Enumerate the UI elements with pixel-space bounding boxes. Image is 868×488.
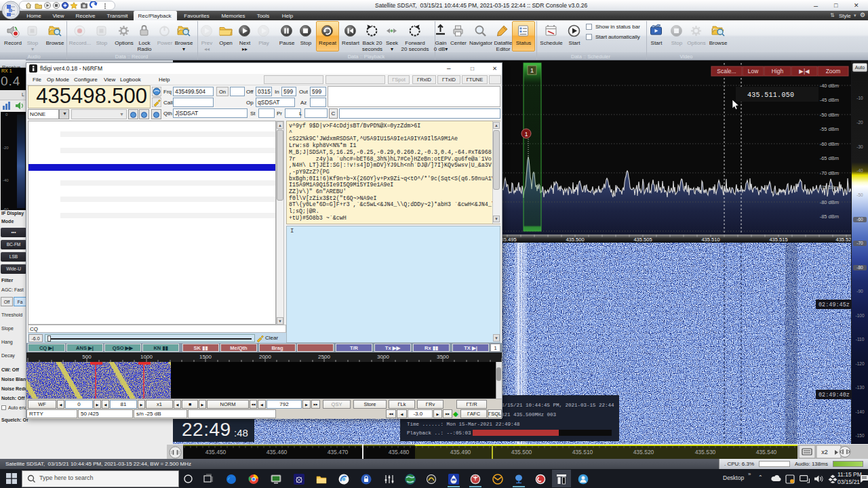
svg-text:-40 dBm: -40 dBm	[820, 83, 839, 89]
svg-text:1: 1	[525, 131, 528, 138]
svg-text:x2: x2	[821, 449, 828, 455]
svg-text:1500: 1500	[199, 354, 212, 360]
svg-text:435.500: 435.500	[566, 237, 584, 243]
svg-text:435.530: 435.530	[695, 449, 716, 455]
svg-text:-50 dBm: -50 dBm	[820, 112, 839, 118]
svg-text:▶|◀: ▶|◀	[799, 68, 810, 75]
svg-text:3500: 3500	[437, 354, 449, 360]
svg-text:435.510: 435.510	[572, 449, 593, 455]
svg-text:2500: 2500	[318, 354, 330, 360]
svg-text:435.540: 435.540	[756, 449, 777, 455]
svg-text:435.480: 435.480	[389, 449, 410, 455]
svg-text:435.52: 435.52	[836, 237, 851, 243]
svg-text:-65 dBm: -65 dBm	[820, 155, 839, 161]
svg-text:435.515: 435.515	[769, 237, 787, 243]
svg-text:-75 dBm: -75 dBm	[820, 184, 839, 190]
svg-text:435.520: 435.520	[633, 449, 654, 455]
svg-text:-60 dBm: -60 dBm	[820, 141, 839, 147]
svg-text:435.470: 435.470	[328, 449, 349, 455]
svg-text:435.511.050: 435.511.050	[747, 92, 794, 99]
svg-text:500: 500	[82, 354, 92, 360]
svg-text:-80 dBm: -80 dBm	[820, 199, 839, 205]
svg-text:-45 dBm: -45 dBm	[820, 97, 839, 103]
svg-text:High: High	[772, 68, 784, 75]
svg-text:02:49:45z: 02:49:45z	[818, 302, 850, 308]
svg-text:2000: 2000	[259, 354, 271, 360]
svg-text:-70 dBm: -70 dBm	[820, 170, 839, 176]
svg-text:Low: Low	[748, 68, 759, 75]
svg-text:02:49:40z: 02:49:40z	[818, 392, 850, 399]
svg-text:435.460: 435.460	[267, 449, 288, 455]
svg-text:435.500: 435.500	[511, 449, 532, 455]
svg-text:435.510: 435.510	[701, 237, 719, 243]
svg-text:Scale...: Scale...	[717, 68, 736, 75]
svg-text:1: 1	[530, 67, 534, 74]
svg-text:435.450: 435.450	[205, 449, 226, 455]
svg-text:3000: 3000	[377, 354, 389, 360]
svg-text:435.490: 435.490	[450, 449, 471, 455]
svg-text:435.505: 435.505	[633, 237, 652, 243]
svg-text:Zoom: Zoom	[826, 68, 841, 75]
svg-text:-55 dBm: -55 dBm	[820, 126, 839, 132]
svg-text:1000: 1000	[140, 354, 153, 360]
svg-text:-85 dBm: -85 dBm	[820, 214, 839, 220]
